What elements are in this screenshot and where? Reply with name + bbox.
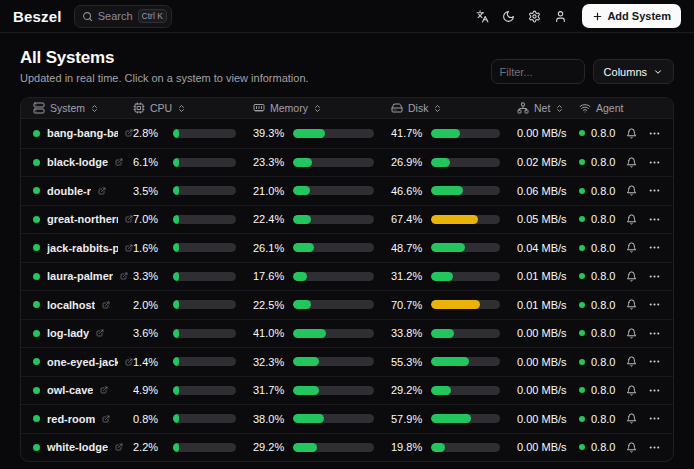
bell-icon[interactable] <box>626 157 637 168</box>
column-header-system[interactable]: System <box>21 102 133 114</box>
topbar: Beszel Search Ctrl K Add System <box>0 0 694 33</box>
table-header-row: System CPU Memory <box>21 98 673 119</box>
column-label: Net <box>534 102 550 114</box>
agent-status-dot <box>579 273 585 279</box>
net-value: 0.06 MB/s <box>517 185 579 197</box>
cpu-icon <box>133 102 145 114</box>
cpu-value: 2.0% <box>133 299 166 311</box>
agent-status-dot <box>579 159 585 165</box>
page-subtitle: Updated in real time. Click on a system … <box>20 72 309 84</box>
system-name: black-lodge <box>47 156 108 168</box>
bell-icon[interactable] <box>626 271 637 282</box>
cpu-value: 3.6% <box>133 327 166 339</box>
system-name: red-room <box>47 413 95 425</box>
disk-meter <box>431 243 500 252</box>
more-options-icon[interactable] <box>648 327 661 340</box>
external-link-icon[interactable] <box>115 158 123 166</box>
more-options-icon[interactable] <box>648 184 661 197</box>
column-header-cpu[interactable]: CPU <box>133 102 253 114</box>
system-name: owl-cave <box>47 384 93 396</box>
search-input[interactable]: Search Ctrl K <box>74 5 172 28</box>
agent-version: 0.8.0 <box>591 127 615 139</box>
agent-status-dot <box>579 216 585 222</box>
cpu-meter <box>173 443 236 452</box>
memory-value: 23.3% <box>253 156 286 168</box>
external-link-icon[interactable] <box>102 301 110 309</box>
status-dot <box>33 301 40 308</box>
table-row[interactable]: one-eyed-jacks 1.4% 32.3% 55.3% 0.00 MB/… <box>21 347 673 376</box>
table-row[interactable]: double-r 3.5% 21.0% 46.6% 0.06 MB/s 0.8.… <box>21 176 673 205</box>
external-link-icon[interactable] <box>96 329 104 337</box>
more-options-icon[interactable] <box>648 298 661 311</box>
more-options-icon[interactable] <box>648 213 661 226</box>
memory-value: 22.5% <box>253 299 286 311</box>
bell-icon[interactable] <box>626 128 637 139</box>
bell-icon[interactable] <box>626 356 637 367</box>
column-header-net[interactable]: Net <box>517 102 579 114</box>
external-link-icon[interactable] <box>125 358 133 366</box>
wifi-icon <box>579 102 591 114</box>
topbar-actions: Add System <box>476 4 681 28</box>
memory-meter <box>293 414 374 423</box>
external-link-icon[interactable] <box>100 386 108 394</box>
more-options-icon[interactable] <box>648 412 661 425</box>
bell-icon[interactable] <box>626 413 637 424</box>
page-head: All Systems Updated in real time. Click … <box>20 48 674 84</box>
columns-button[interactable]: Columns <box>593 59 674 84</box>
app-logo[interactable]: Beszel <box>13 8 62 25</box>
languages-icon[interactable] <box>476 10 489 23</box>
agent-version: 0.8.0 <box>591 384 615 396</box>
memory-value: 32.3% <box>253 356 286 368</box>
table-row[interactable]: localhost 2.0% 22.5% 70.7% 0.01 MB/s 0.8… <box>21 290 673 319</box>
bell-icon[interactable] <box>626 299 637 310</box>
systems-table: System CPU Memory <box>20 97 674 462</box>
bell-icon[interactable] <box>626 442 637 453</box>
agent-status-dot <box>579 359 585 365</box>
more-options-icon[interactable] <box>648 355 661 368</box>
table-row[interactable]: log-lady 3.6% 41.0% 33.8% 0.00 MB/s 0.8.… <box>21 319 673 348</box>
external-link-icon[interactable] <box>125 129 133 137</box>
column-header-disk[interactable]: Disk <box>391 102 517 114</box>
net-value: 0.04 MB/s <box>517 242 579 254</box>
table-row[interactable]: bang-bang-bar 2.8% 39.3% 41.7% 0.00 MB/s… <box>21 119 673 148</box>
column-label: Memory <box>270 102 308 114</box>
settings-gear-icon[interactable] <box>528 10 541 23</box>
external-link-icon[interactable] <box>102 415 110 423</box>
table-row[interactable]: great-northern 7.0% 22.4% 67.4% 0.05 MB/… <box>21 205 673 234</box>
bell-icon[interactable] <box>626 242 637 253</box>
table-row[interactable]: red-room 0.8% 38.0% 57.9% 0.00 MB/s 0.8.… <box>21 404 673 433</box>
filter-input[interactable] <box>491 59 585 84</box>
memory-value: 31.7% <box>253 384 286 396</box>
external-link-icon[interactable] <box>125 244 133 252</box>
table-row[interactable]: laura-palmer 3.3% 17.6% 31.2% 0.01 MB/s … <box>21 262 673 291</box>
table-row[interactable]: white-lodge 2.2% 29.2% 19.8% 0.00 MB/s 0… <box>21 433 673 462</box>
bell-icon[interactable] <box>626 214 637 225</box>
external-link-icon[interactable] <box>115 443 123 451</box>
cpu-meter <box>173 186 236 195</box>
net-value: 0.00 MB/s <box>517 356 579 368</box>
table-row[interactable]: black-lodge 6.1% 23.3% 26.9% 0.02 MB/s 0… <box>21 148 673 177</box>
external-link-icon[interactable] <box>120 272 128 280</box>
external-link-icon[interactable] <box>98 187 106 195</box>
column-header-memory[interactable]: Memory <box>253 102 391 114</box>
more-options-icon[interactable] <box>648 156 661 169</box>
add-system-button[interactable]: Add System <box>582 4 681 28</box>
more-options-icon[interactable] <box>648 241 661 254</box>
bell-icon[interactable] <box>626 385 637 396</box>
agent-status-dot <box>579 245 585 251</box>
bell-icon[interactable] <box>626 185 637 196</box>
external-link-icon[interactable] <box>125 215 133 223</box>
more-options-icon[interactable] <box>648 441 661 454</box>
user-icon[interactable] <box>554 10 567 23</box>
more-options-icon[interactable] <box>648 270 661 283</box>
memory-value: 41.0% <box>253 327 286 339</box>
page-title: All Systems <box>20 48 309 68</box>
column-header-agent[interactable]: Agent <box>579 102 637 114</box>
theme-toggle-moon-icon[interactable] <box>502 10 515 23</box>
table-row[interactable]: owl-cave 4.9% 31.7% 29.2% 0.00 MB/s 0.8.… <box>21 376 673 405</box>
bell-icon[interactable] <box>626 328 637 339</box>
more-options-icon[interactable] <box>648 384 661 397</box>
table-row[interactable]: jack-rabbits-palace 1.6% 26.1% 48.7% 0.0… <box>21 233 673 262</box>
more-options-icon[interactable] <box>648 127 661 140</box>
agent-status-dot <box>579 387 585 393</box>
